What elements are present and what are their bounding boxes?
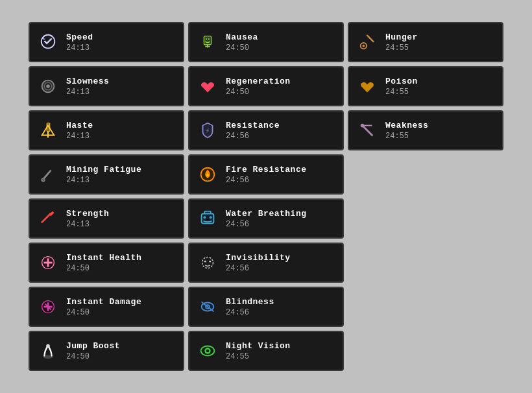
effect-card-haste: Haste24:13: [29, 110, 184, 150]
haste-icon: [36, 119, 60, 142]
haste-time: 24:13: [66, 132, 93, 141]
effect-card-empty5: [348, 331, 503, 371]
strength-time: 24:13: [66, 220, 109, 229]
hunger-name: Hunger: [385, 32, 418, 42]
weakness-name: Weakness: [385, 121, 428, 130]
night-vision-name: Night Vision: [226, 341, 291, 351]
speed-time: 24:13: [66, 43, 93, 53]
night-vision-time: 24:55: [226, 352, 291, 361]
svg-text:⚡: ⚡: [206, 127, 210, 135]
blindness-time: 24:56: [226, 308, 274, 317]
strength-icon: [36, 207, 60, 230]
effect-card-empty2: [348, 198, 503, 239]
svg-rect-0: [204, 36, 211, 45]
night-vision-icon: [196, 339, 219, 363]
instant-health-icon: [36, 251, 60, 274]
instant-health-time: 24:50: [66, 264, 141, 273]
haste-name: Haste: [66, 121, 93, 130]
blindness-icon: [196, 295, 219, 318]
svg-point-17: [361, 124, 365, 128]
weakness-icon: [356, 119, 379, 142]
regeneration-time: 24:50: [226, 88, 291, 97]
effect-card-weakness: Weakness24:55: [348, 110, 503, 150]
effect-card-slowness: Slowness24:13: [29, 66, 184, 106]
svg-point-47: [206, 350, 210, 353]
invisibility-name: Invisibility: [226, 253, 291, 263]
water-breathing-time: 24:56: [226, 220, 307, 229]
nausea-time: 24:50: [226, 43, 258, 53]
regeneration-name: Regeneration: [226, 77, 291, 86]
svg-point-7: [363, 45, 365, 47]
strength-name: Strength: [66, 209, 109, 219]
nausea-icon: [196, 30, 219, 54]
effect-card-speed: Speed24:13: [29, 22, 184, 62]
mining-fatigue-time: 24:13: [66, 176, 141, 185]
fire-resistance-time: 24:56: [226, 176, 307, 185]
svg-line-15: [363, 126, 372, 136]
effect-card-resistance: ⚡ Resistance24:56: [188, 110, 344, 150]
instant-damage-icon: [36, 295, 60, 318]
resistance-name: Resistance: [226, 121, 280, 130]
svg-point-32: [202, 257, 213, 268]
slowness-time: 24:13: [66, 88, 109, 97]
effect-card-night-vision: Night Vision24:55: [188, 331, 344, 371]
jump-boost-time: 24:50: [66, 352, 120, 361]
instant-damage-time: 24:50: [66, 308, 141, 317]
svg-point-44: [46, 344, 50, 348]
svg-point-19: [42, 178, 45, 182]
regeneration-icon: [196, 75, 219, 98]
poison-name: Poison: [385, 77, 418, 86]
instant-health-name: Instant Health: [66, 253, 141, 263]
svg-rect-1: [206, 38, 207, 40]
fire-resistance-icon: [196, 163, 219, 186]
svg-line-18: [43, 171, 51, 179]
hunger-time: 24:55: [385, 43, 418, 53]
speed-name: Speed: [66, 32, 93, 42]
mining-fatigue-icon: [36, 163, 60, 186]
hunger-icon: [356, 30, 379, 54]
water-breathing-icon: [196, 207, 219, 230]
effect-card-blindness: Blindness24:56: [188, 287, 344, 327]
effect-card-instant-health: Instant Health24:50: [29, 243, 184, 283]
svg-rect-2: [208, 38, 210, 40]
effect-card-fire-resistance: Fire Resistance24:56: [188, 154, 344, 195]
water-breathing-name: Water Breathing: [226, 209, 307, 219]
effect-card-empty4: [348, 287, 503, 327]
invisibility-icon: [196, 251, 219, 274]
effect-card-jump-boost: Jump Boost24:50: [29, 331, 184, 371]
svg-point-34: [209, 261, 211, 263]
svg-point-10: [46, 84, 50, 88]
effect-card-poison: Poison24:55: [348, 66, 503, 106]
main-container: Speed24:13 Nausea24:50 Hunger24:55 Slown…: [16, 9, 516, 384]
weakness-time: 24:55: [385, 132, 428, 141]
resistance-icon: ⚡: [196, 119, 219, 142]
invisibility-time: 24:56: [226, 264, 291, 273]
slowness-icon: [36, 75, 60, 98]
svg-point-33: [204, 261, 206, 263]
effect-card-nausea: Nausea24:50: [188, 22, 344, 62]
jump-boost-name: Jump Boost: [66, 341, 120, 351]
effect-card-empty3: [348, 243, 503, 283]
speed-icon: [36, 30, 60, 54]
poison-icon: [356, 75, 379, 98]
fire-resistance-name: Fire Resistance: [226, 165, 307, 174]
effect-card-invisibility: Invisibility24:56: [188, 243, 344, 283]
svg-point-25: [210, 216, 212, 219]
effects-grid: Speed24:13 Nausea24:50 Hunger24:55 Slown…: [29, 22, 503, 371]
effect-card-regeneration: Regeneration24:50: [188, 66, 344, 106]
slowness-name: Slowness: [66, 77, 109, 86]
blindness-name: Blindness: [226, 297, 274, 307]
effect-card-hunger: Hunger24:55: [348, 22, 503, 62]
jump-boost-icon: [36, 339, 60, 363]
svg-point-24: [203, 216, 206, 219]
instant-damage-name: Instant Damage: [66, 297, 141, 307]
resistance-time: 24:56: [226, 132, 280, 141]
effect-card-empty1: [348, 154, 503, 195]
nausea-name: Nausea: [226, 32, 258, 42]
effect-card-mining-fatigue: Mining Fatigue24:13: [29, 154, 184, 195]
effect-card-instant-damage: Instant Damage24:50: [29, 287, 184, 327]
svg-line-21: [42, 214, 51, 222]
svg-line-5: [367, 36, 373, 42]
poison-time: 24:55: [385, 88, 418, 97]
effect-card-strength: Strength24:13: [29, 198, 184, 239]
